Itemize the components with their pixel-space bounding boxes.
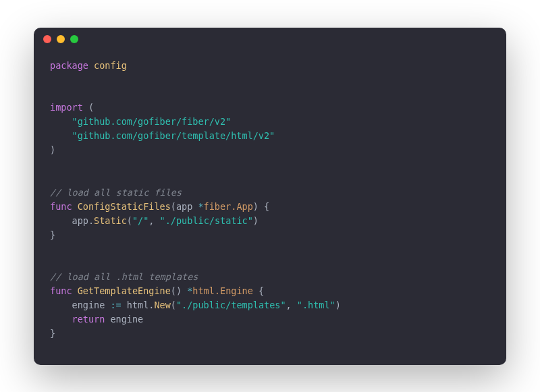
- paren: ): [253, 215, 259, 226]
- import-string: "github.com/gofiber/template/html/v2": [50, 130, 275, 141]
- string-literal: ".html": [297, 300, 335, 310]
- code-text: {: [253, 285, 264, 296]
- comment: // load all static files: [50, 187, 182, 198]
- code-text: html.: [122, 300, 155, 310]
- minimize-icon[interactable]: [57, 35, 65, 43]
- keyword-func: func: [50, 285, 72, 296]
- code-window: package config import ( "github.com/gofi…: [34, 28, 506, 365]
- comma: ,: [286, 300, 297, 310]
- maximize-icon[interactable]: [70, 35, 78, 43]
- keyword-package: package: [50, 60, 88, 71]
- paren: ): [335, 300, 341, 310]
- code-editor[interactable]: package config import ( "github.com/gofi…: [34, 51, 506, 349]
- string-literal: "/": [132, 215, 148, 226]
- method-call: Static: [94, 215, 127, 226]
- import-string: "github.com/gofiber/fiber/v2": [50, 116, 231, 127]
- window-titlebar: [34, 28, 506, 51]
- type: fiber.App: [204, 201, 253, 212]
- comment: // load all .html templates: [50, 271, 198, 282]
- paren-open: (: [83, 102, 94, 113]
- string-literal: "./public/templates": [176, 300, 286, 310]
- code-text: ) {: [253, 201, 269, 212]
- string-literal: "./public/static": [160, 215, 253, 226]
- code-text: engine: [50, 300, 110, 310]
- type: html.Engine: [192, 285, 252, 296]
- code-text: engine: [105, 314, 143, 325]
- code-text: (): [171, 285, 187, 296]
- function-name: ConfigStaticFiles: [72, 201, 171, 212]
- brace-close: }: [50, 229, 55, 240]
- method-call: New: [154, 300, 170, 310]
- paren: (: [171, 300, 176, 310]
- keyword-func: func: [50, 201, 72, 212]
- function-name: GetTemplateEngine: [72, 285, 171, 296]
- code-text: (app: [171, 201, 198, 212]
- keyword-return: return: [50, 314, 105, 325]
- comma: ,: [148, 215, 159, 226]
- operator: :=: [110, 300, 121, 310]
- brace-close: }: [50, 328, 55, 339]
- paren-close: ): [50, 144, 55, 155]
- keyword-import: import: [50, 102, 83, 113]
- close-icon[interactable]: [43, 35, 51, 43]
- package-name: config: [88, 60, 127, 71]
- operator: *: [198, 201, 203, 212]
- code-text: app.: [50, 215, 94, 226]
- paren: (: [127, 215, 132, 226]
